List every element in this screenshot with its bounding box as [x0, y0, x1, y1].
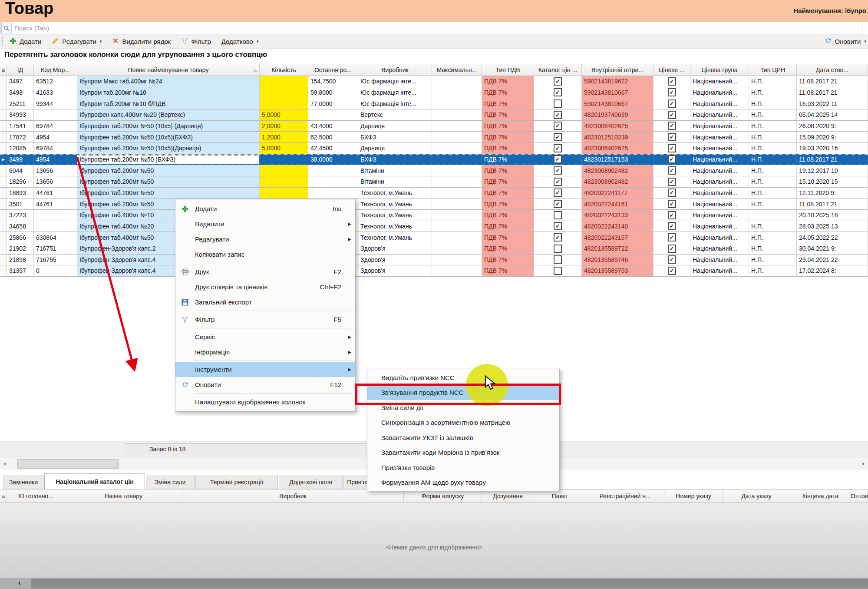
cell-qty[interactable]	[260, 76, 308, 87]
cell-barcode[interactable]: 4820193740639	[582, 109, 653, 121]
cell-date[interactable]: 16.03.2022 11	[797, 98, 868, 109]
cell-code[interactable]: 13656	[34, 165, 77, 176]
menu-item[interactable]: Інструменти▶	[175, 362, 355, 377]
cell-catalog[interactable]	[534, 243, 582, 255]
cell-crn[interactable]: Н.П.	[749, 132, 797, 143]
grid-corner-icon[interactable]: ≣	[0, 64, 7, 76]
checkbox-checked[interactable]: ✓	[554, 166, 562, 175]
cell-date[interactable]: 11.08.2017 21	[797, 155, 868, 165]
cell-group[interactable]: Національний...	[690, 155, 749, 165]
cell-crn[interactable]: Н.П.	[749, 98, 797, 109]
cell-crn[interactable]: Н.П.	[749, 255, 797, 266]
cell-id[interactable]: 17872	[7, 132, 34, 143]
cell-code[interactable]: 69784	[34, 143, 77, 154]
submenu-item[interactable]: Формування АМ щодо руху товару	[367, 475, 559, 490]
cell-qty[interactable]	[260, 155, 308, 165]
column-header[interactable]: Кількість	[260, 64, 308, 76]
cell-barcode[interactable]: 4820022241177	[582, 188, 653, 199]
cell-date[interactable]: 17.02.2024 8:	[797, 265, 868, 277]
cell-max[interactable]	[432, 232, 482, 243]
checkbox-checked[interactable]: ✓	[668, 233, 676, 242]
cell-qty[interactable]: 2,0000	[260, 121, 308, 132]
cell-name[interactable]: Ібупром таб.200мг №10	[77, 87, 260, 99]
cell-group[interactable]: Національний...	[690, 98, 749, 109]
cell-max[interactable]	[432, 109, 482, 121]
cell-last[interactable]: 42,4500	[308, 143, 358, 154]
checkbox-checked[interactable]: ✓	[668, 222, 676, 230]
cell-max[interactable]	[432, 188, 482, 199]
cell-date[interactable]: 19.12.2017 10	[797, 165, 868, 176]
cell-vat[interactable]: ПДВ 7%	[482, 121, 534, 132]
checkbox-checked[interactable]: ✓	[554, 155, 562, 163]
cell-name[interactable]: Ібупрофен таб.200мг №50 (10х5) (Дарниця)	[77, 121, 260, 132]
table-row[interactable]: 21902716751Ібупрофен-Здоров'я капс.2Здор…	[0, 243, 868, 255]
table-row[interactable]: 350144761Ібупрофен таб.200мг №50Технолог…	[0, 199, 868, 210]
cell-manuf[interactable]: Вертекс	[358, 109, 432, 121]
column-header[interactable]: Дата ство...	[797, 64, 868, 76]
cell-code[interactable]: 4954	[34, 132, 77, 143]
cell-manuf[interactable]: Вітаміни	[358, 176, 432, 188]
cell-vat[interactable]: ПДВ 7%	[482, 243, 534, 255]
checkbox-checked[interactable]: ✓	[554, 122, 562, 130]
cell-name[interactable]: Ібупрофен таб.200мг №50	[77, 165, 260, 176]
cell-vat[interactable]: ПДВ 7%	[482, 232, 534, 243]
checkbox-checked[interactable]: ✓	[554, 144, 562, 152]
cell-group[interactable]: Національний...	[690, 232, 749, 243]
cell-vat[interactable]: ПДВ 7%	[482, 76, 534, 87]
cell-code[interactable]: 44761	[34, 199, 77, 210]
checkbox-checked[interactable]: ✓	[668, 245, 676, 253]
cell-barcode[interactable]: 4823012517153	[582, 155, 653, 165]
cell-last[interactable]: 77,0000	[308, 98, 358, 109]
cell-date[interactable]: 26.08.2020 9:	[797, 121, 868, 132]
cell-manuf[interactable]: Вітаміни	[358, 165, 432, 176]
cell-last[interactable]	[308, 165, 358, 176]
cell-id[interactable]: 34658	[7, 221, 34, 232]
cell-vat[interactable]: ПДВ 7%	[482, 265, 534, 277]
checkbox-checked[interactable]: ✓	[668, 200, 676, 208]
cell-last[interactable]: 154,7500	[308, 76, 358, 87]
cell-crn[interactable]: Н.П.	[749, 121, 797, 132]
cell-id[interactable]: 37223	[7, 210, 34, 221]
cell-manuf[interactable]: Юс фармація інте...	[358, 87, 432, 99]
column-header[interactable]: Реєстраційний н...	[586, 489, 664, 503]
cell-date[interactable]: 11.08.2017 21	[797, 87, 868, 99]
cell-group[interactable]: Національний...	[690, 132, 749, 143]
menu-item[interactable]: Інформація▶	[175, 344, 355, 360]
cell-name[interactable]: Ібупрофен таб.200мг №50 (10х5)(БХФЗ)	[77, 132, 260, 143]
cell-group[interactable]: Національний...	[690, 143, 749, 154]
cell-catalog[interactable]: ✓	[534, 76, 582, 87]
cell-id[interactable]: 3498	[7, 87, 34, 99]
cell-max[interactable]	[432, 143, 482, 154]
cell-group[interactable]: Національний...	[690, 176, 749, 188]
table-row[interactable]: 1829613656Ібупрофен таб.200мг №50Вітамін…	[0, 176, 868, 188]
cell-last[interactable]: 43,4000	[308, 121, 358, 132]
checkbox-checked[interactable]: ✓	[668, 88, 676, 96]
cell-barcode[interactable]: 4823006402625	[582, 143, 653, 154]
table-row[interactable]: 178724954Ібупрофен таб.200мг №50 (10х5)(…	[0, 132, 868, 143]
cell-qty[interactable]: 5,0000	[260, 143, 308, 154]
cell-qty[interactable]	[260, 98, 308, 109]
cell-crn[interactable]: Н.П.	[749, 143, 797, 154]
column-header[interactable]: Остання ро...	[308, 64, 358, 76]
table-row[interactable]: 1889344761Ібупрофен таб.200мг №50Техноло…	[0, 188, 868, 199]
filter-button[interactable]: Фільтр	[181, 37, 211, 46]
cell-code[interactable]: 99344	[34, 98, 77, 109]
cell-max[interactable]	[432, 255, 482, 266]
cell-barcode[interactable]: 4820022243157	[582, 232, 653, 243]
checkbox-checked[interactable]: ✓	[554, 133, 562, 141]
cell-name[interactable]: Ібупрофен таб.200мг №50	[77, 176, 260, 188]
cell-vat[interactable]: ПДВ 7%	[482, 87, 534, 99]
scroll-right-icon[interactable]: ›	[862, 460, 864, 467]
cell-barcode[interactable]: 4820022243133	[582, 210, 653, 221]
cell-last[interactable]: 59,8000	[308, 87, 358, 99]
submenu-item[interactable]: Завантажити коди Моріона із прив'язок	[367, 445, 559, 460]
checkbox-unchecked[interactable]	[554, 211, 562, 219]
menu-item[interactable]: Налаштувати відображення колонок	[175, 394, 355, 410]
cell-code[interactable]: 716755	[34, 255, 77, 266]
cell-catalog[interactable]: ✓	[534, 155, 582, 165]
checkbox-checked[interactable]: ✓	[554, 88, 562, 96]
scrollbar-thumb[interactable]	[17, 459, 119, 469]
checkbox-checked[interactable]: ✓	[554, 200, 562, 208]
checkbox-checked[interactable]: ✓	[668, 133, 676, 141]
cell-vat[interactable]: ПДВ 7%	[482, 221, 534, 232]
